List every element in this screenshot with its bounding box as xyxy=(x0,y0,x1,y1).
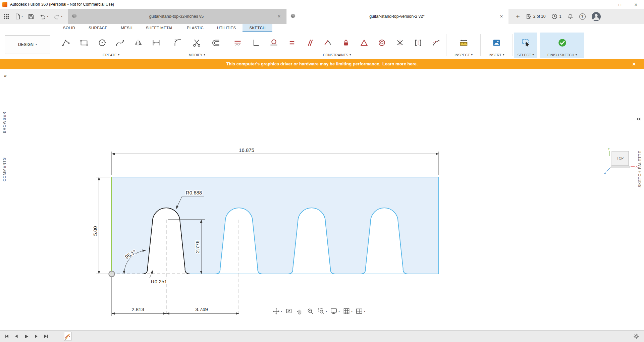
dim-slot-pitch[interactable]: 3.749 xyxy=(195,306,208,312)
display-settings-icon[interactable]: ▾ xyxy=(330,307,340,315)
dim-slot-height[interactable]: 2.776 xyxy=(195,240,200,253)
pan-hand-icon[interactable] xyxy=(296,307,304,315)
version-position-badge[interactable]: 2 of 10 xyxy=(526,14,546,19)
divider xyxy=(167,34,167,56)
viewport-canvas[interactable]: » BROWSER COMMENTS SKETCH PALETTE TOP Y … xyxy=(0,69,644,330)
play-icon[interactable] xyxy=(23,334,29,339)
group-label-modify[interactable]: MODIFY▾ xyxy=(168,53,225,58)
select-tool-icon[interactable] xyxy=(518,35,533,51)
chevron-down-icon: ▾ xyxy=(351,310,353,313)
redo-icon[interactable]: ▾ xyxy=(53,13,62,20)
trim-scissors-tool-icon[interactable] xyxy=(190,35,204,51)
save-icon[interactable] xyxy=(28,13,34,20)
tab-utilities[interactable]: UTILITIES xyxy=(210,24,243,32)
divider xyxy=(480,34,481,56)
banner-close-icon[interactable]: ✕ xyxy=(629,59,639,69)
constraint-curvature-icon[interactable] xyxy=(429,35,443,51)
maximize-button[interactable]: □ xyxy=(612,0,628,9)
group-label-select[interactable]: SELECT▾ xyxy=(514,53,537,58)
insert-image-icon[interactable] xyxy=(489,35,504,51)
step-forward-icon[interactable] xyxy=(34,334,39,339)
constraint-equal-icon[interactable] xyxy=(284,35,299,51)
group-label-constraints[interactable]: CONSTRAINTS▾ xyxy=(229,53,445,58)
constraint-concentric-icon[interactable] xyxy=(375,35,389,51)
dim-top-radius[interactable]: R0.688 xyxy=(186,190,202,195)
notifications-bell-icon[interactable] xyxy=(568,13,573,19)
viewports-icon[interactable]: ▾ xyxy=(356,307,365,315)
group-label-insert[interactable]: INSERT▾ xyxy=(482,53,511,58)
close-tab-icon[interactable]: ✕ xyxy=(498,13,504,19)
document-tab-2-active[interactable]: guitar-stand-top-version-2 v2* ✕ xyxy=(286,9,508,24)
document-tab-strip: ▾ ▾ ▾ guitar-stand-top-32-inches v5 ✕ gu… xyxy=(0,9,644,24)
orbit-icon[interactable]: ▾ xyxy=(272,307,282,315)
job-status-clock-icon[interactable]: 1 xyxy=(551,13,561,19)
constraint-symmetry-icon[interactable] xyxy=(393,35,408,51)
tab-sheet-metal[interactable]: SHEET METAL xyxy=(139,24,180,32)
circle-tool-icon[interactable] xyxy=(95,35,109,51)
group-constraints: CONSTRAINTS▾ xyxy=(229,33,445,58)
zoom-icon[interactable] xyxy=(307,307,314,315)
tab-mesh[interactable]: MESH xyxy=(114,24,139,32)
timeline-sketch-feature[interactable] xyxy=(64,332,72,342)
tab-sketch[interactable]: SKETCH xyxy=(243,24,272,32)
workspace-selector[interactable]: DESIGN ▾ xyxy=(5,35,50,54)
dim-overall-width[interactable]: 16.875 xyxy=(239,147,254,153)
constraint-perpendicular-icon[interactable] xyxy=(249,35,263,51)
go-to-start-icon[interactable] xyxy=(4,334,9,339)
banner-message: This computer's graphics driver or hardw… xyxy=(226,61,380,66)
spline-tool-icon[interactable] xyxy=(113,35,127,51)
measure-tool-icon[interactable] xyxy=(456,35,471,51)
constraint-tangent-icon[interactable] xyxy=(266,35,281,51)
ribbon-tools-row: DESIGN ▾ CREATE▾ xyxy=(0,32,644,59)
constraint-midpoint-icon[interactable] xyxy=(411,35,425,51)
tab-solid[interactable]: SOLID xyxy=(56,24,82,32)
go-to-end-icon[interactable] xyxy=(43,334,49,339)
file-menu-icon[interactable]: ▾ xyxy=(14,13,23,20)
close-tab-icon[interactable]: ✕ xyxy=(276,13,282,19)
user-avatar[interactable] xyxy=(592,12,601,21)
zoom-window-icon[interactable]: ▾ xyxy=(317,307,327,315)
timeline-settings-gear-icon[interactable] xyxy=(633,333,639,341)
constraint-fix-lock-icon[interactable] xyxy=(338,35,353,51)
constraint-parallel-icon[interactable] xyxy=(303,35,317,51)
dim-first-slot-offset[interactable]: 2.813 xyxy=(131,306,144,312)
minimize-button[interactable]: – xyxy=(596,0,612,9)
tab-surface[interactable]: SURFACE xyxy=(82,24,114,32)
tab-plastic[interactable]: PLASTIC xyxy=(180,24,210,32)
help-icon[interactable]: ? xyxy=(579,13,586,20)
group-label-inspect[interactable]: INSPECT▾ xyxy=(448,53,479,58)
group-label-create[interactable]: CREATE▾ xyxy=(57,53,165,58)
fillet-tool-icon[interactable] xyxy=(170,35,185,51)
undo-icon[interactable]: ▾ xyxy=(39,13,48,20)
chevron-down-icon: ▾ xyxy=(61,15,62,18)
close-window-button[interactable]: ✕ xyxy=(628,0,644,9)
constraint-collinear-icon[interactable] xyxy=(321,35,335,51)
constraint-horizontal-vertical-icon[interactable] xyxy=(230,35,245,51)
app-grid-icon[interactable] xyxy=(3,13,9,19)
job-count-text: 1 xyxy=(559,14,561,18)
step-back-icon[interactable] xyxy=(14,334,19,339)
group-modify: MODIFY▾ xyxy=(168,33,225,58)
learn-more-link[interactable]: Learn more here. xyxy=(382,61,418,66)
chevron-down-icon: ▾ xyxy=(471,54,473,56)
sketch-origin-point[interactable] xyxy=(109,271,115,277)
sketch-drawing[interactable]: 16.875 5.00 R0.688 2.776 95.1° R0.251 2.… xyxy=(0,69,644,330)
rectangle-tool-icon[interactable] xyxy=(76,35,91,51)
divider xyxy=(54,34,54,56)
document-tab-1[interactable]: guitar-stand-top-32-inches v5 ✕ xyxy=(68,9,286,24)
finish-sketch-check-icon[interactable] xyxy=(555,35,570,51)
new-tab-button[interactable]: + xyxy=(516,13,520,20)
divider xyxy=(513,34,513,56)
grid-snaps-icon[interactable]: ▾ xyxy=(343,307,353,315)
constraint-polygon-icon[interactable] xyxy=(357,35,371,51)
line-tool-icon[interactable] xyxy=(59,35,73,51)
offset-tool-icon[interactable] xyxy=(209,35,223,51)
ch evron-down-icon: ▾ xyxy=(204,54,205,56)
dim-base-radius[interactable]: R0.251 xyxy=(151,279,167,284)
dim-overall-height[interactable]: 5.00 xyxy=(92,226,98,236)
look-at-icon[interactable] xyxy=(285,307,293,315)
divider xyxy=(227,34,227,56)
group-label-finish-sketch[interactable]: FINISH SKETCH▾ xyxy=(540,53,584,58)
mirror-tool-icon[interactable] xyxy=(130,35,145,51)
sketch-dimension-tool-icon[interactable] xyxy=(149,35,163,51)
